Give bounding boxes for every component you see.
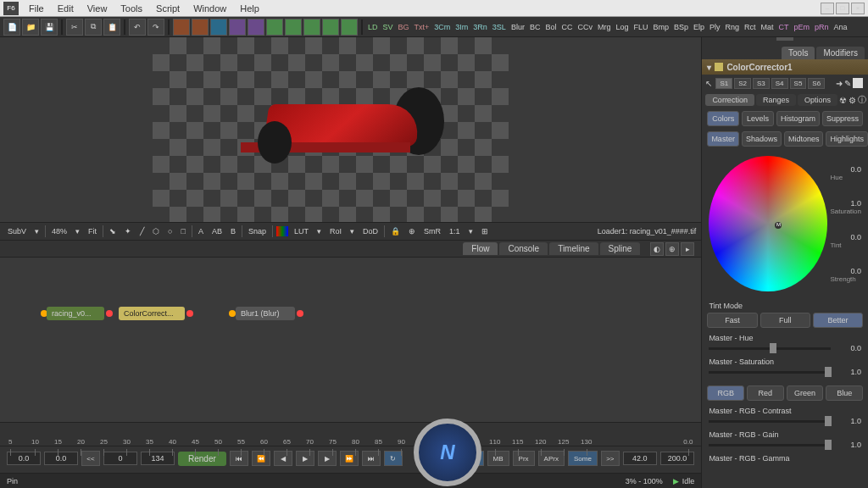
text-a-icon[interactable]: A (196, 227, 206, 236)
go-start-icon[interactable]: ⏮ (230, 451, 248, 466)
tool-bsp[interactable]: BSp (672, 23, 690, 31)
redo-icon[interactable]: ↷ (147, 19, 164, 36)
gear-icon[interactable]: ⚙ (849, 96, 856, 105)
saturation-slider[interactable] (709, 371, 831, 374)
tool-bol[interactable]: Bol (543, 23, 558, 31)
info-icon[interactable]: ⓘ (858, 94, 866, 106)
timeline-ruler[interactable]: 5101520253035404550556065707580859095100… (0, 423, 701, 446)
midtones-button[interactable]: Midtones (784, 131, 824, 147)
saturation-value[interactable]: 1.0 (831, 199, 861, 208)
node-port[interactable] (186, 310, 193, 317)
tab-timeline[interactable]: Timeline (549, 242, 598, 255)
undo-icon[interactable]: ↶ (129, 19, 146, 36)
node-port[interactable] (229, 310, 236, 317)
tool-sv[interactable]: SV (381, 23, 395, 31)
state-s5[interactable]: S5 (790, 78, 807, 89)
shadows-button[interactable]: Shadows (742, 131, 782, 147)
cut-icon[interactable]: ✂ (66, 19, 83, 36)
rewind-icon[interactable]: ⏪ (252, 451, 270, 466)
suppress-button[interactable]: Suppress (822, 111, 863, 126)
open-icon[interactable]: 📁 (22, 19, 39, 36)
step-back-icon[interactable]: ◀ (274, 451, 292, 466)
tool-ct[interactable]: CT (777, 23, 791, 31)
gain-slider[interactable] (709, 444, 831, 446)
aprx-button[interactable]: APrx (538, 451, 565, 466)
tint-value[interactable]: 0.0 (831, 233, 861, 241)
tool-mrg[interactable]: Mrg (596, 23, 613, 31)
colors-button[interactable]: Colors (707, 111, 739, 126)
state-s2[interactable]: S2 (734, 78, 751, 89)
tool-bmp[interactable]: Bmp (651, 23, 670, 31)
tool-icon[interactable] (285, 19, 302, 36)
tool-ccv[interactable]: CCv (576, 23, 594, 31)
smr-button[interactable]: SmR (421, 227, 443, 236)
tool-icon[interactable] (192, 19, 209, 36)
radiation-icon[interactable]: ☢ (839, 96, 847, 105)
tool-icon[interactable]: □ (178, 227, 187, 236)
menu-help[interactable]: Help (233, 2, 266, 15)
strength-value[interactable]: 0.0 (831, 267, 861, 275)
master-button[interactable]: Master (707, 131, 739, 147)
tool-icon[interactable]: ⬡ (150, 227, 162, 236)
tool-txt[interactable]: Txt+ (413, 23, 431, 31)
menu-edit[interactable]: Edit (51, 2, 81, 15)
tab-console[interactable]: Console (499, 242, 548, 255)
blue-button[interactable]: Blue (826, 385, 863, 401)
tool-ply[interactable]: Ply (708, 23, 722, 31)
tool-mat[interactable]: Mat (760, 23, 776, 31)
mb-button[interactable]: MB (487, 451, 509, 466)
node-port[interactable] (297, 310, 303, 317)
range-end-field[interactable]: 200.0 (660, 452, 695, 465)
state-s1[interactable]: S1 (715, 78, 732, 89)
tool-icon[interactable] (266, 19, 283, 36)
swatch-icon[interactable] (853, 78, 863, 88)
step-back-button[interactable]: << (81, 451, 100, 466)
range-in-field[interactable]: 0.0 (44, 452, 78, 465)
tool-3cm[interactable]: 3Cm (432, 23, 452, 31)
subtab-options[interactable]: Options (798, 94, 837, 106)
range-out-field[interactable]: 42.0 (623, 452, 657, 465)
dod-button[interactable]: DoD (360, 227, 381, 236)
tool-flu[interactable]: FLU (632, 23, 649, 31)
tool-elp[interactable]: Elp (692, 23, 706, 31)
tool-3rn[interactable]: 3Rn (471, 23, 489, 31)
tool-icon[interactable] (341, 19, 358, 36)
tab-modifiers[interactable]: Modifiers (816, 47, 865, 59)
tab-flow[interactable]: Flow (463, 242, 498, 255)
menu-view[interactable]: View (81, 2, 114, 15)
menu-file[interactable]: File (22, 2, 51, 15)
loop-icon[interactable]: ↻ (384, 451, 403, 466)
highlights-button[interactable]: Highlights (826, 131, 868, 147)
node-port[interactable] (106, 310, 113, 317)
play-back-icon[interactable]: ▶ (296, 451, 314, 466)
tool-icon[interactable] (210, 19, 227, 36)
node-blur[interactable]: Blur1 (Blur) (236, 307, 295, 320)
levels-button[interactable]: Levels (742, 111, 774, 126)
flow-icon[interactable]: ⊕ (665, 242, 679, 256)
tool-prn[interactable]: pRn (813, 23, 831, 31)
menu-window[interactable]: Window (186, 2, 233, 15)
green-button[interactable]: Green (787, 385, 824, 401)
flow-area[interactable]: racing_v0... ColorCorrect... Blur1 (Blur… (0, 258, 701, 422)
tool-bg[interactable]: BG (397, 23, 411, 31)
tool-icon[interactable]: ⊞ (479, 227, 491, 236)
copy-icon[interactable]: ⧉ (85, 19, 102, 36)
roi-button[interactable]: RoI (327, 227, 344, 236)
tool-icon[interactable]: ⊕ (406, 227, 418, 236)
save-icon[interactable]: 💾 (41, 19, 58, 36)
text-b-icon[interactable]: B (228, 227, 238, 236)
paste-icon[interactable]: 📋 (103, 19, 120, 36)
some-button[interactable]: Some (568, 451, 598, 466)
histogram-button[interactable]: Histogram (776, 111, 820, 126)
flow-icon[interactable]: ▸ (681, 242, 694, 256)
rgb-icon[interactable] (276, 226, 288, 236)
menu-script[interactable]: Script (149, 2, 186, 15)
tint-better-button[interactable]: Better (813, 313, 863, 328)
arrow-icon[interactable]: ➜ (836, 79, 843, 88)
tool-icon[interactable]: ╱ (137, 227, 147, 236)
prx-button[interactable]: Prx (513, 451, 535, 466)
viewer-panel[interactable] (0, 37, 701, 222)
lut-button[interactable]: LUT (292, 227, 311, 236)
tool-rct[interactable]: Rct (743, 23, 758, 31)
zoom-value[interactable]: 48% (49, 227, 70, 236)
